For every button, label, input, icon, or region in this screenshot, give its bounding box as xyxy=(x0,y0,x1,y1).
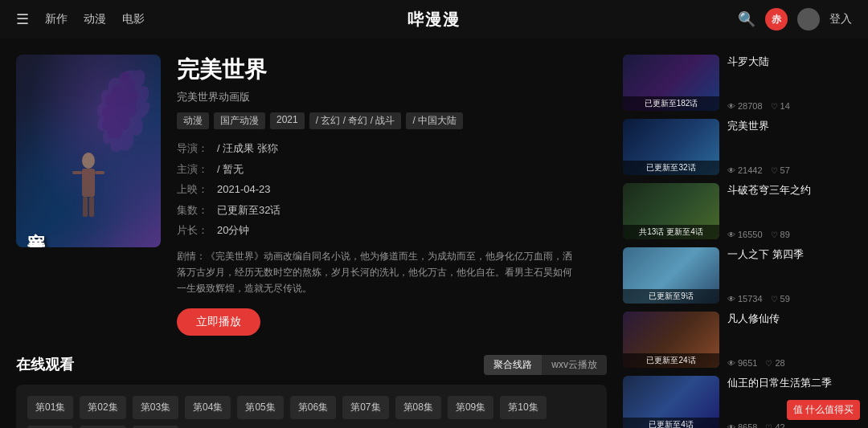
sidebar-card-stats: 👁 9651♡ 28 xyxy=(727,358,852,368)
episode-badge: 已更新至24话 xyxy=(623,353,719,368)
meta-episodes: 集数： 已更新至32话 xyxy=(177,202,607,218)
svg-rect-3 xyxy=(95,171,104,174)
episode-button[interactable]: 第05集 xyxy=(237,396,283,419)
menu-icon[interactable]: ☰ xyxy=(16,10,29,28)
cast-label: 主演： xyxy=(177,161,217,177)
header: ☰ 新作动漫电影 哔漫漫 🔍 赤 登入 xyxy=(0,0,868,39)
sidebar-card[interactable]: 已更新至32话完美世界👁 21442♡ 57 xyxy=(623,119,852,175)
dragon-decoration xyxy=(88,63,153,159)
sidebar-card[interactable]: 已更新至182话斗罗大陆👁 28708♡ 14 xyxy=(623,55,852,111)
sidebar-thumbnail: 共13话 更新至4话 xyxy=(623,183,719,239)
meta-duration: 片长： 20分钟 xyxy=(177,222,607,238)
like-count: ♡ 57 xyxy=(771,165,790,175)
sidebar-card-title: 完美世界 xyxy=(727,119,852,133)
sidebar-card-stats: 👁 15734♡ 59 xyxy=(727,294,852,304)
search-icon[interactable]: 🔍 xyxy=(738,10,755,28)
sidebar-card-title: 斗破苍穹三年之约 xyxy=(727,183,852,198)
anime-tag[interactable]: / 玄幻 / 奇幻 / 战斗 xyxy=(309,112,402,129)
episode-button[interactable]: 第01集 xyxy=(27,396,73,419)
episode-button[interactable]: 第10集 xyxy=(500,396,546,419)
duration-label: 片长： xyxy=(177,222,217,238)
sidebar-card-stats: 👁 21442♡ 57 xyxy=(727,165,852,175)
episode-grid: 第01集第02集第03集第04集第05集第06集第07集第08集第09集第10集… xyxy=(16,385,607,428)
like-icon: ♡ xyxy=(771,102,778,111)
nav-item-新作[interactable]: 新作 xyxy=(45,12,68,26)
anime-info: 完美世界 完美世界动画版 动漫国产动漫2021/ 玄幻 / 奇幻 / 战斗/ 中… xyxy=(177,55,607,336)
sidebar-thumbnail: 已更新至4话 xyxy=(623,376,719,428)
sidebar-card[interactable]: 共13话 更新至4话斗破苍穹三年之约👁 16550♡ 89 xyxy=(623,183,852,239)
like-icon: ♡ xyxy=(771,166,778,175)
sidebar-card-info: 斗罗大陆👁 28708♡ 14 xyxy=(727,55,852,111)
sidebar-card[interactable]: 已更新至9话一人之下 第四季👁 15734♡ 59 xyxy=(623,247,852,304)
duration-value: 20分钟 xyxy=(217,222,249,238)
anime-subtitle: 完美世界动画版 xyxy=(177,90,607,104)
episode-badge: 已更新至4话 xyxy=(623,418,719,428)
meta-director: 导演： / 汪成果 张狝 xyxy=(177,141,607,157)
site-logo: 哔漫漫 xyxy=(407,9,461,31)
sidebar-card-title: 凡人修仙传 xyxy=(727,312,852,326)
episode-button[interactable]: 第04集 xyxy=(185,396,231,419)
episode-row-1: 第01集第02集第03集第04集第05集第06集第07集第08集第09集第10集… xyxy=(27,396,596,428)
anime-tags: 动漫国产动漫2021/ 玄幻 / 奇幻 / 战斗/ 中国大陆 xyxy=(177,112,607,129)
view-icon: 👁 xyxy=(727,295,735,304)
like-count: ♡ 42 xyxy=(765,422,784,428)
sidebar-card-title: 仙王的日常生活第二季 xyxy=(727,376,852,390)
header-nav: 新作动漫电影 xyxy=(45,12,145,26)
anime-tag[interactable]: / 中国大陆 xyxy=(406,112,463,129)
meta-cast: 主演： / 暂无 xyxy=(177,161,607,177)
anime-tag[interactable]: 2021 xyxy=(270,112,305,129)
sidebar-card-title: 一人之下 第四季 xyxy=(727,247,852,262)
episode-button[interactable]: 第02集 xyxy=(80,396,125,419)
sidebar-thumbnail: 已更新至182话 xyxy=(623,55,719,111)
episode-button[interactable]: 第09集 xyxy=(448,396,493,419)
episode-button[interactable]: 第06集 xyxy=(290,396,336,419)
svg-rect-2 xyxy=(72,171,82,174)
source-tab-0[interactable]: 聚合线路 xyxy=(484,355,542,375)
view-count: 👁 16550 xyxy=(727,230,763,239)
view-count: 👁 28708 xyxy=(727,101,763,111)
anime-poster: 完美世界 xyxy=(16,55,161,247)
sidebar-card-info: 斗破苍穹三年之约👁 16550♡ 89 xyxy=(727,183,852,239)
like-count: ♡ 89 xyxy=(771,230,790,239)
like-count: ♡ 59 xyxy=(771,294,790,304)
view-count: 👁 21442 xyxy=(727,165,763,175)
like-count: ♡ 28 xyxy=(765,358,784,368)
poster-title-text: 完美世界 xyxy=(24,218,48,231)
episodes-label: 集数： xyxy=(177,202,217,218)
episodes-value: 已更新至32话 xyxy=(217,202,280,218)
avatar-circle[interactable] xyxy=(797,8,820,31)
sidebar-card-title: 斗罗大陆 xyxy=(727,55,852,69)
episode-button[interactable]: 第03集 xyxy=(133,396,178,419)
login-button[interactable]: 登入 xyxy=(829,12,852,26)
like-icon: ♡ xyxy=(771,230,778,239)
episode-badge: 已更新至182话 xyxy=(623,96,719,111)
episode-button[interactable]: 第08集 xyxy=(395,396,441,419)
sidebar-thumbnail: 已更新至24话 xyxy=(623,312,719,368)
like-icon: ♡ xyxy=(771,295,778,304)
anime-tag[interactable]: 动漫 xyxy=(177,112,209,129)
avatar-red[interactable]: 赤 xyxy=(765,8,788,31)
episode-button[interactable]: 第07集 xyxy=(342,396,388,419)
right-sidebar: 已更新至182话斗罗大陆👁 28708♡ 14已更新至32话完美世界👁 2144… xyxy=(623,55,852,428)
director-label: 导演： xyxy=(177,141,217,157)
cast-value: / 暂无 xyxy=(217,161,244,177)
source-tabs: 聚合线路wxv云播放 xyxy=(484,355,607,375)
watermark: 值 什么值得买 xyxy=(787,400,860,420)
nav-item-动漫[interactable]: 动漫 xyxy=(84,12,106,26)
like-icon: ♡ xyxy=(765,423,772,429)
sidebar-card[interactable]: 已更新至24话凡人修仙传👁 9651♡ 28 xyxy=(623,312,852,368)
watch-title-row: 在线观看 聚合线路wxv云播放 xyxy=(16,355,607,375)
view-count: 👁 15734 xyxy=(727,294,763,304)
play-button[interactable]: 立即播放 xyxy=(177,308,260,336)
like-count: ♡ 14 xyxy=(771,101,790,111)
episode-badge: 共13话 更新至4话 xyxy=(623,225,719,239)
nav-item-电影[interactable]: 电影 xyxy=(122,12,145,26)
meta-release: 上映： 2021-04-23 xyxy=(177,181,607,198)
left-section: 完美世界 完美世界 完美世界动画版 动漫国产动漫2021/ 玄幻 / 奇幻 / … xyxy=(16,55,607,428)
episode-badge: 已更新至9话 xyxy=(623,289,719,304)
anime-tag[interactable]: 国产动漫 xyxy=(214,112,265,129)
source-tab-1[interactable]: wxv云播放 xyxy=(542,355,607,375)
view-icon: 👁 xyxy=(727,230,735,239)
svg-rect-4 xyxy=(83,197,88,217)
sidebar-thumbnail: 已更新至9话 xyxy=(623,247,719,304)
